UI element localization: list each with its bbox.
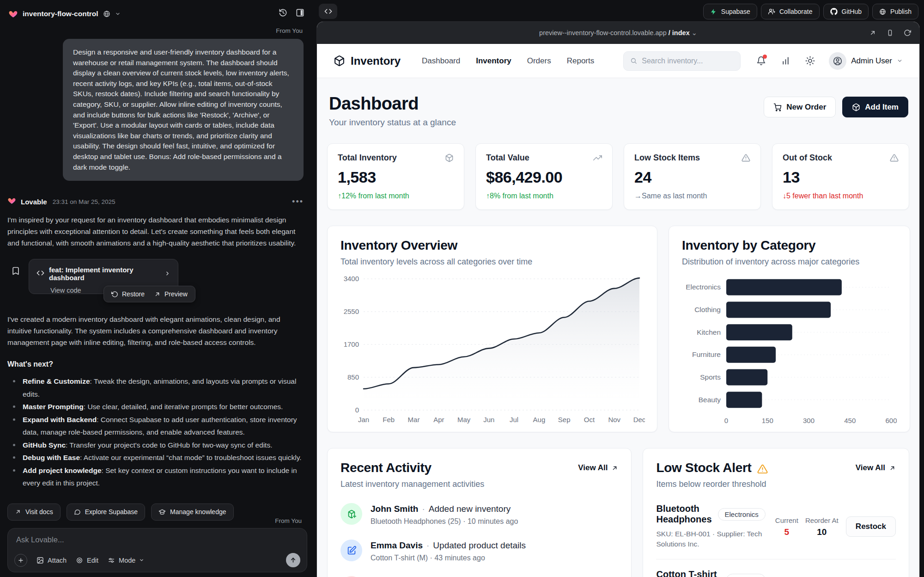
code-view-toggle-button[interactable] (319, 4, 337, 19)
message-menu-icon[interactable]: ••• (292, 199, 304, 204)
restore-button[interactable]: Restore (111, 290, 145, 298)
package-icon (334, 55, 345, 67)
mode-dropdown[interactable]: Mode (108, 557, 144, 564)
lovable-workspace: inventory-flow-control From You Design a… (0, 0, 924, 577)
publish-button[interactable]: Publish (872, 4, 918, 19)
whats-next-heading: What's next? (7, 360, 304, 368)
svg-text:Nov: Nov (608, 416, 620, 424)
alert-triangle-icon (757, 464, 768, 474)
add-item-button[interactable]: Add Item (842, 97, 908, 117)
inventory-overview-line-chart: 0850170025503400JanFebMarAprMayJunJulAug… (340, 273, 645, 426)
external-arrow-icon (611, 465, 618, 472)
lovable-heart-avatar (7, 196, 16, 207)
view-all-link[interactable]: View All (856, 463, 896, 473)
svg-text:0: 0 (724, 417, 728, 424)
recent-activity-card: Recent Activity Latest inventory managem… (327, 448, 632, 577)
nav-inventory[interactable]: Inventory (476, 56, 511, 66)
chat-bubble-icon (74, 509, 81, 516)
notifications-bell-icon[interactable] (756, 56, 766, 66)
github-button[interactable]: GitHub (823, 4, 869, 19)
user-name: Admin User (851, 56, 892, 66)
chevron-right-icon (164, 270, 170, 278)
search-input[interactable] (642, 57, 734, 65)
project-chevron-down-icon[interactable] (115, 11, 121, 17)
svg-text:600: 600 (885, 417, 897, 424)
list-item: GitHub Sync: Transfer your project's cod… (7, 439, 304, 452)
visit-docs-button[interactable]: Visit docs (7, 503, 61, 521)
restock-button[interactable]: Restock (846, 516, 896, 537)
navbar-icons (756, 56, 815, 66)
svg-text:Jun: Jun (483, 416, 494, 424)
external-arrow-icon (15, 509, 21, 515)
history-icon[interactable] (277, 6, 289, 21)
supabase-button[interactable]: Supabase (703, 4, 757, 19)
view-all-link[interactable]: View All (578, 463, 618, 473)
kpi-total-inventory: Total Inventory 1,583 ↑12% from last mon… (327, 143, 464, 210)
svg-text:May: May (457, 416, 471, 424)
search-icon (630, 57, 637, 65)
list-item: Expand with Backend: Connect Supabase to… (7, 413, 304, 439)
svg-text:450: 450 (844, 417, 856, 424)
preview-button[interactable]: Preview (154, 290, 188, 298)
assistant-summary-text: I've created a modern inventory dashboar… (7, 313, 304, 348)
from-you-label: From You (0, 24, 316, 34)
svg-text:1700: 1700 (344, 340, 359, 348)
alert-triangle-icon (742, 153, 750, 162)
svg-text:Apr: Apr (433, 416, 444, 424)
panel-layout-icon[interactable] (294, 6, 306, 21)
section-subtitle: Latest inventory management activities (340, 479, 484, 489)
user-message: Design a responsive and user-friendly in… (63, 39, 304, 181)
svg-text:150: 150 (762, 417, 773, 424)
svg-text:0: 0 (355, 406, 359, 414)
commit-title: feat: Implement inventory dashboard (49, 266, 158, 282)
svg-text:Sports: Sports (700, 373, 721, 381)
kpi-out-of-stock: Out of Stock 13 ↓5 fewer than last month (772, 143, 909, 210)
list-item: Add project knowledge: Set key context o… (7, 464, 304, 490)
svg-text:Kitchen: Kitchen (697, 328, 721, 336)
people-icon (768, 8, 775, 15)
svg-text:Dec: Dec (633, 416, 645, 424)
send-button[interactable] (286, 553, 300, 567)
preview-tools (869, 22, 911, 44)
attach-button[interactable]: Attach (36, 557, 67, 564)
search-box (623, 51, 741, 71)
svg-text:300: 300 (803, 417, 815, 424)
sliders-icon (108, 557, 115, 564)
nav-dashboard[interactable]: Dashboard (422, 56, 460, 66)
user-menu[interactable]: Admin User (829, 52, 903, 70)
avatar (829, 52, 846, 70)
explore-supabase-button[interactable]: Explore Supabase (67, 503, 145, 521)
page-title: Dashboard (329, 94, 456, 114)
globe-icon (103, 10, 110, 18)
code-icon (324, 7, 332, 15)
preview-url[interactable]: preview--inventory-flow-control.lovable.… (317, 29, 919, 37)
mobile-view-icon[interactable] (887, 29, 894, 37)
nav-reports[interactable]: Reports (567, 56, 595, 66)
kpi-row: Total Inventory 1,583 ↑12% from last mon… (327, 143, 909, 210)
refresh-icon[interactable] (904, 29, 911, 37)
svg-text:Beauty: Beauty (699, 396, 721, 404)
analytics-icon[interactable] (781, 56, 790, 66)
quick-actions: Visit docs Explore Supabase Manage knowl… (7, 503, 304, 521)
new-order-button[interactable]: New Order (764, 97, 836, 117)
plus-button[interactable] (14, 554, 27, 567)
svg-text:2550: 2550 (344, 307, 359, 315)
page-subtitle: Your inventory status at a glance (329, 117, 456, 128)
nav-orders[interactable]: Orders (527, 56, 551, 66)
section-subtitle: Items below reorder threshold (656, 479, 767, 489)
theme-toggle-sun-icon[interactable] (805, 56, 815, 66)
chat-input[interactable] (8, 528, 307, 549)
image-icon (36, 557, 44, 564)
collaborate-button[interactable]: Collaborate (761, 4, 820, 19)
category-badge: Clothing (726, 574, 766, 577)
edit-button[interactable]: Edit (76, 557, 98, 564)
svg-text:Feb: Feb (383, 416, 395, 424)
package-icon (852, 103, 860, 111)
list-item: Debug with Ease: Activate our experiment… (7, 451, 304, 464)
app-navbar: Inventory Dashboard Inventory Orders Rep… (317, 44, 919, 78)
supabase-bolt-icon (710, 8, 717, 15)
svg-text:3400: 3400 (344, 275, 359, 282)
open-in-new-tab-icon[interactable] (869, 29, 876, 37)
bookmark-icon[interactable] (11, 266, 20, 306)
manage-knowledge-button[interactable]: Manage knowledge (151, 503, 233, 521)
